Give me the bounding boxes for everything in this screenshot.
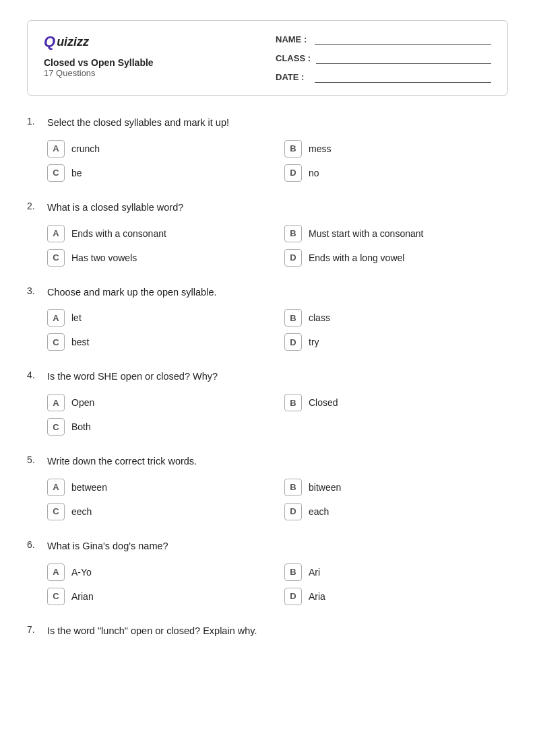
question-2-number: 2. (27, 201, 42, 211)
question-1-text: Select the closed syllables and mark it … (47, 116, 229, 131)
option-text-a: between (71, 482, 107, 493)
class-field-row: CLASS : (276, 52, 491, 64)
question-1-option-a[interactable]: Acrunch (47, 140, 271, 158)
question-5-option-b[interactable]: Bbitween (284, 479, 508, 496)
option-text-a: let (71, 312, 82, 323)
option-text-c: be (71, 168, 82, 178)
option-letter-c: C (47, 588, 65, 605)
option-letter-d: D (284, 333, 302, 351)
header-left: Q uizizz Closed vs Open Syllable 17 Ques… (44, 33, 154, 78)
question-6-option-b[interactable]: BAri (284, 563, 508, 581)
header-box: Q uizizz Closed vs Open Syllable 17 Ques… (27, 20, 508, 96)
option-text-d: Aria (309, 591, 325, 602)
option-letter-d: D (284, 164, 302, 182)
logo: Q uizizz (44, 33, 154, 50)
question-7-text: Is the word "lunch" open or closed? Expl… (47, 624, 257, 639)
question-5-option-d[interactable]: Deach (284, 503, 508, 520)
option-text-c: Arian (71, 591, 94, 602)
question-2-option-b[interactable]: BMust start with a consonant (284, 225, 508, 242)
option-text-b: class (309, 312, 330, 323)
question-4-options: AOpenBClosedCBoth (27, 394, 508, 436)
question-5: 5.Write down the correct trick words.Abe… (27, 454, 508, 520)
option-text-d: each (309, 506, 329, 517)
quiz-title: Closed vs Open Syllable (44, 57, 154, 68)
option-text-c: Both (71, 421, 91, 432)
question-3-options: AletBclassCbestDtry (27, 309, 508, 351)
question-4-option-c[interactable]: CBoth (47, 418, 271, 436)
question-2-option-c[interactable]: CHas two vowels (47, 249, 271, 267)
option-text-c: Has two vowels (71, 252, 137, 263)
option-letter-d: D (284, 588, 302, 605)
option-text-a: Ends with a consonant (71, 228, 166, 239)
name-line (315, 33, 491, 45)
option-text-b: Must start with a consonant (309, 228, 423, 239)
option-letter-d: D (284, 249, 302, 267)
option-letter-b: B (284, 140, 302, 158)
question-4-text: Is the word SHE open or closed? Why? (47, 370, 218, 384)
question-3-text: Choose and mark up the open syllable. (47, 285, 217, 300)
question-2-options: AEnds with a consonantBMust start with a… (27, 225, 508, 267)
option-text-c: eech (71, 506, 92, 517)
name-label: NAME : (276, 34, 309, 44)
date-line (315, 71, 491, 83)
question-5-row: 5.Write down the correct trick words. (27, 454, 508, 469)
question-2-row: 2.What is a closed syllable word? (27, 201, 508, 215)
question-6-option-d[interactable]: DAria (284, 588, 508, 605)
question-3-option-a[interactable]: Alet (47, 309, 271, 327)
question-5-option-a[interactable]: Abetween (47, 479, 271, 496)
option-text-c: best (71, 337, 89, 347)
question-6-number: 6. (27, 539, 42, 550)
option-text-d: no (309, 168, 319, 178)
option-text-b: Closed (309, 397, 338, 408)
option-text-a: Open (71, 397, 94, 408)
question-3-row: 3.Choose and mark up the open syllable. (27, 285, 508, 300)
question-4: 4.Is the word SHE open or closed? Why?AO… (27, 370, 508, 436)
question-1-option-d[interactable]: Dno (284, 164, 508, 182)
question-5-option-c[interactable]: Ceech (47, 503, 271, 520)
question-7: 7.Is the word "lunch" open or closed? Ex… (27, 624, 508, 639)
question-1-number: 1. (27, 116, 42, 127)
question-1-options: AcrunchBmessCbeDno (27, 140, 508, 182)
question-6-option-c[interactable]: CArian (47, 588, 271, 605)
question-1-row: 1.Select the closed syllables and mark i… (27, 116, 508, 131)
question-4-option-a[interactable]: AOpen (47, 394, 271, 411)
question-5-options: AbetweenBbitweenCeechDeach (27, 479, 508, 520)
question-6-option-a[interactable]: AA-Yo (47, 563, 271, 581)
logo-q: Q (44, 33, 55, 50)
question-2: 2.What is a closed syllable word?AEnds w… (27, 201, 508, 267)
question-7-row: 7.Is the word "lunch" open or closed? Ex… (27, 624, 508, 639)
question-3-option-b[interactable]: Bclass (284, 309, 508, 327)
option-letter-b: B (284, 479, 302, 496)
option-letter-c: C (47, 164, 65, 182)
name-field-row: NAME : (276, 33, 491, 45)
question-1-option-b[interactable]: Bmess (284, 140, 508, 158)
option-letter-a: A (47, 479, 65, 496)
question-1: 1.Select the closed syllables and mark i… (27, 116, 508, 182)
option-letter-c: C (47, 418, 65, 436)
question-4-option-b[interactable]: BClosed (284, 394, 508, 411)
class-line (316, 52, 491, 64)
quiz-subtitle: 17 Questions (44, 68, 154, 78)
question-2-option-a[interactable]: AEnds with a consonant (47, 225, 271, 242)
option-text-b: mess (309, 143, 331, 154)
question-5-text: Write down the correct trick words. (47, 454, 197, 469)
option-letter-a: A (47, 309, 65, 327)
question-2-option-d[interactable]: DEnds with a long vowel (284, 249, 508, 267)
logo-text: uizizz (57, 35, 89, 49)
option-letter-b: B (284, 309, 302, 327)
option-text-b: Ari (309, 567, 320, 578)
question-3-option-d[interactable]: Dtry (284, 333, 508, 351)
question-6-options: AA-YoBAriCArianDAria (27, 563, 508, 605)
question-3-number: 3. (27, 285, 42, 296)
option-text-a: crunch (71, 143, 100, 154)
option-text-b: bitween (309, 482, 341, 493)
option-letter-c: C (47, 503, 65, 520)
question-3: 3.Choose and mark up the open syllable.A… (27, 285, 508, 351)
question-2-text: What is a closed syllable word? (47, 201, 183, 215)
option-letter-b: B (284, 563, 302, 581)
question-1-option-c[interactable]: Cbe (47, 164, 271, 182)
option-letter-a: A (47, 394, 65, 411)
question-3-option-c[interactable]: Cbest (47, 333, 271, 351)
header-right: NAME : CLASS : DATE : (276, 33, 491, 83)
option-letter-c: C (47, 249, 65, 267)
